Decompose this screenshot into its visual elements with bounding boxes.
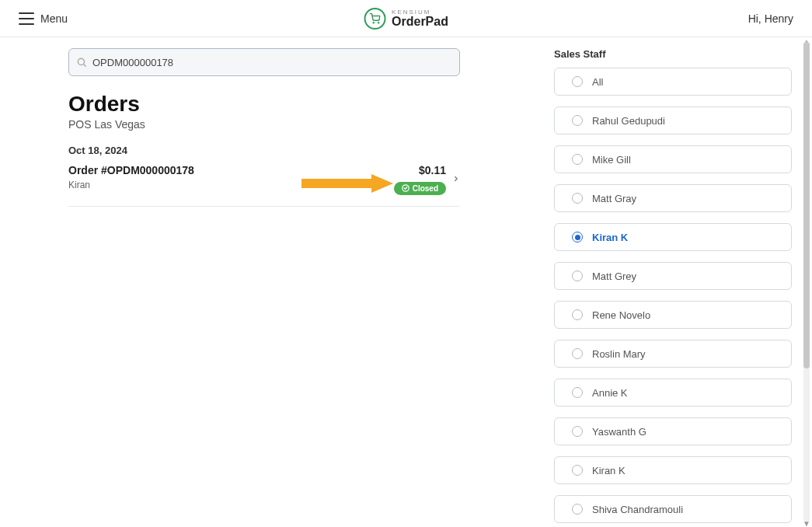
orders-panel: Orders POS Las Vegas Oct 18, 2024 Order …	[0, 37, 538, 527]
order-amount: $0.11	[394, 164, 446, 176]
check-circle-icon	[402, 184, 409, 192]
search-wrap	[68, 48, 460, 76]
user-greeting: Hi, Henry	[748, 12, 793, 25]
order-id: Order #OPDM000000178	[68, 164, 394, 176]
panel-title: Sales Staff	[554, 37, 792, 68]
menu-button[interactable]: Menu	[19, 12, 68, 25]
staff-list: AllRahul GedupudiMike GillMatt GrayKiran…	[554, 68, 792, 523]
radio-icon	[572, 504, 583, 515]
radio-icon	[572, 115, 583, 126]
staff-name: Kiran K	[592, 232, 628, 243]
sales-staff-panel: Sales Staff AllRahul GedupudiMike GillMa…	[538, 37, 812, 527]
staff-name: Matt Gray	[592, 193, 636, 204]
staff-name: Kiran K	[592, 465, 626, 476]
staff-item[interactable]: Matt Gray	[554, 184, 792, 212]
staff-name: Shiva Chandramouli	[592, 504, 683, 515]
status-text: Closed	[413, 184, 438, 193]
date-label: Oct 18, 2024	[68, 145, 520, 156]
main-content: Orders POS Las Vegas Oct 18, 2024 Order …	[0, 37, 812, 527]
scrollbar-thumb[interactable]	[803, 42, 810, 368]
staff-item[interactable]: Annie K	[554, 379, 792, 407]
staff-item[interactable]: Kiran K	[554, 223, 792, 251]
staff-item[interactable]: Shiva Chandramouli	[554, 495, 792, 523]
staff-name: Rahul Gedupudi	[592, 115, 665, 127]
order-staff: Kiran	[68, 180, 394, 190]
staff-item[interactable]: Rene Novelo	[554, 301, 792, 329]
staff-item[interactable]: Roslin Mary	[554, 340, 792, 368]
radio-icon	[572, 465, 583, 476]
staff-item[interactable]: Kiran K	[554, 456, 792, 484]
staff-item[interactable]: Matt Grey	[554, 262, 792, 290]
radio-icon	[572, 193, 583, 204]
brand-logo: KENSIUM OrderPad	[364, 8, 448, 30]
radio-icon	[572, 270, 583, 281]
search-icon	[76, 57, 87, 68]
radio-icon	[572, 387, 583, 398]
cart-icon	[364, 8, 385, 30]
staff-item[interactable]: Rahul Gedupudi	[554, 106, 792, 134]
radio-icon	[572, 426, 583, 437]
page-title: Orders	[68, 92, 520, 117]
svg-point-1	[378, 22, 378, 23]
order-row[interactable]: Order #OPDM000000178 Kiran $0.11 Closed	[68, 164, 460, 207]
status-badge: Closed	[394, 182, 446, 195]
radio-icon	[572, 309, 583, 320]
staff-item[interactable]: All	[554, 68, 792, 96]
radio-icon	[572, 232, 583, 243]
staff-name: Matt Grey	[592, 270, 636, 282]
staff-name: Rene Novelo	[592, 309, 650, 321]
radio-icon	[572, 348, 583, 359]
radio-icon	[572, 76, 583, 87]
staff-name: All	[592, 76, 603, 88]
radio-icon	[572, 154, 583, 165]
svg-line-3	[84, 65, 86, 67]
staff-item[interactable]: Yaswanth G	[554, 417, 792, 445]
top-bar: Menu KENSIUM OrderPad Hi, Henry	[0, 0, 812, 37]
staff-name: Mike Gill	[592, 154, 631, 166]
scroll-down-icon[interactable]: ▼	[803, 519, 810, 527]
staff-name: Yaswanth G	[592, 426, 646, 438]
hamburger-icon	[19, 12, 34, 25]
staff-name: Roslin Mary	[592, 348, 646, 360]
search-input[interactable]	[68, 48, 460, 76]
brand-name: OrderPad	[392, 16, 448, 28]
chevron-right-icon	[452, 173, 460, 187]
staff-name: Annie K	[592, 387, 628, 399]
location-label: POS Las Vegas	[68, 118, 520, 131]
menu-label: Menu	[40, 12, 68, 25]
staff-item[interactable]: Mike Gill	[554, 145, 792, 173]
svg-point-0	[373, 22, 374, 23]
